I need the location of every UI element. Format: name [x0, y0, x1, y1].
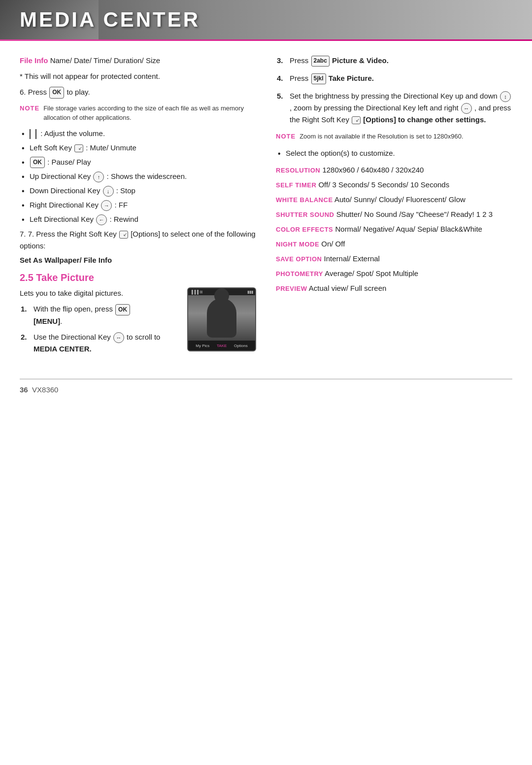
key-5jkl: 5jkl: [311, 73, 326, 84]
bullet-mute: Left Soft Key : Mute/ Unmute: [20, 142, 256, 154]
section-25-content: Lets you to take digital pictures. With …: [20, 287, 256, 359]
right-soft-key-icon-step7: [119, 231, 128, 239]
option-preview: PREVIEW Actual view/ Full screen: [276, 282, 512, 294]
step7-number: 7.: [20, 230, 28, 238]
bullet-volume-text: : Adjust the volume.: [40, 129, 105, 138]
step5-a: Set the brightness by pressing the Direc…: [290, 92, 498, 100]
bullet-select: Select the option(s) to customize.: [276, 147, 512, 159]
white-balance-value: Auto/ Sunny/ Cloudy/ Fluorescent/ Glow: [334, 195, 466, 204]
phone-bottom-bar: My Pics TAKE Options: [188, 341, 255, 350]
phone-camera-view: [188, 295, 255, 341]
phone-label-take: TAKE: [217, 344, 227, 348]
step-2: Use the Directional Key ↔ to scroll to M…: [20, 331, 179, 355]
option-color-effects: COLOR EFFECTS Normal/ Negative/ Aqua/ Se…: [276, 223, 512, 235]
ok-key-2: OK: [30, 157, 45, 168]
option-save-option: SAVE OPTION Internal/ External: [276, 253, 512, 265]
night-mode-label: NIGHT MODE: [276, 241, 319, 248]
step4-press: Press: [290, 74, 308, 82]
file-info-para: File Info Name/ Date/ Time/ Duration/ Si…: [20, 55, 256, 67]
step-5: Set the brightness by pressing the Direc…: [276, 90, 512, 126]
up-dir-key-icon: ↑: [93, 172, 104, 182]
step7-text: 7. 7. Press the Right Soft Key [Options]…: [20, 228, 256, 252]
press-ok-suffix: to play.: [66, 88, 90, 96]
ok-key-step1: OK: [115, 304, 130, 315]
phone-inner: ▐▐▐ ⊞ ⊕ ▮▮▮: [188, 288, 255, 350]
self-timer-label: SELF TIMER: [276, 181, 316, 189]
footer-model: VX8360: [32, 385, 58, 394]
note-block-1: NOTE File storage varies according to th…: [20, 104, 256, 123]
shutter-sound-value: Shutter/ No Sound /Say "Cheese"/ Ready! …: [336, 210, 493, 218]
step5-d: [Options] to change other settings.: [363, 115, 486, 124]
step-4: Press 5jkl Take Picture.: [276, 72, 512, 84]
note-label-1: NOTE: [20, 104, 39, 123]
step2-text: Use the Directional Key: [33, 333, 111, 341]
photometry-label: PHOTOMETRY: [276, 270, 323, 278]
step-3: Press 2abc Picture & Video.: [276, 55, 512, 67]
footer-spacer: [28, 385, 32, 394]
main-content: File Info Name/ Date/ Time/ Duration/ Si…: [0, 41, 532, 369]
step-1: With the flip open, press OK [MENU].: [20, 303, 179, 327]
option-night-mode: NIGHT MODE On/ Off: [276, 238, 512, 250]
section-25-desc: Lets you to take digital pictures.: [20, 287, 179, 299]
section-take-picture: 2.5 Take Picture Lets you to take digita…: [20, 272, 256, 359]
step3-press: Press: [290, 56, 308, 65]
bullet-pause: OK : Pause/ Play: [20, 156, 256, 169]
left-soft-key-icon: [74, 144, 83, 152]
option-photometry: PHOTOMETRY Average/ Spot/ Spot Multiple: [276, 268, 512, 279]
file-info-text: Name/ Date/ Time/ Duration/ Size: [50, 56, 160, 65]
phone-label-options: Options: [234, 344, 248, 348]
step5-b: , zoom by pressing the Directional Key l…: [290, 104, 459, 112]
right-numbered-list: Press 2abc Picture & Video. Press 5jkl T…: [276, 55, 512, 126]
right-soft-key-icon-step5: [352, 116, 361, 124]
page-header: MEDIA CENTER: [0, 0, 532, 39]
option-resolution: RESOLUTION 1280x960 / 640x480 / 320x240: [276, 164, 512, 176]
option-shutter-sound: SHUTTER SOUND Shutter/ No Sound /Say "Ch…: [276, 209, 512, 220]
save-option-value: Internal/ External: [324, 254, 380, 263]
footer: 36 VX8360: [0, 380, 532, 400]
phone-label-mypics: My Pics: [196, 344, 209, 348]
phone-right-icons: ▮▮▮: [247, 290, 253, 294]
right-column: Press 2abc Picture & Video. Press 5jkl T…: [276, 55, 512, 359]
shutter-sound-label: SHUTTER SOUND: [276, 211, 334, 218]
preview-label: PREVIEW: [276, 285, 307, 292]
right-dir-key-icon: →: [101, 200, 112, 211]
file-info-label: File Info: [20, 56, 48, 65]
left-dir-key-icon: ←: [96, 214, 107, 225]
bullet-volume: : Adjust the volume.: [20, 128, 256, 139]
photometry-value: Average/ Spot/ Spot Multiple: [325, 269, 418, 278]
color-effects-label: COLOR EFFECTS: [276, 226, 333, 233]
person-silhouette: [207, 298, 236, 338]
night-mode-value: On/ Off: [321, 240, 345, 248]
volume-icon: [30, 129, 36, 139]
ok-key-icon: OK: [49, 87, 64, 98]
option-self-timer: SELF TIMER Off/ 3 Seconds/ 5 Seconds/ 10…: [276, 179, 512, 191]
left-column: File Info Name/ Date/ Time/ Duration/ Si…: [20, 55, 256, 359]
battery-icon: ⊞: [200, 290, 203, 294]
phone-screenshot: ▐▐▐ ⊞ ⊕ ▮▮▮: [187, 287, 256, 351]
up-down-key: ↕: [500, 91, 511, 102]
page-title: MEDIA CENTER: [20, 8, 200, 32]
dir-key-step2: ↔: [113, 332, 124, 343]
color-effects-value: Normal/ Negative/ Aqua/ Sepia/ Black&Whi…: [335, 225, 482, 233]
resolution-value: 1280x960 / 640x480 / 320x240: [322, 166, 424, 174]
section-25-numbered-list: With the flip open, press OK [MENU]. Use…: [20, 303, 179, 355]
section-25-steps: Lets you to take digital pictures. With …: [20, 287, 179, 359]
note-text-1: File storage varies according to the siz…: [43, 104, 256, 123]
battery-full-icon: ▮▮▮: [247, 290, 253, 294]
step3-suffix: Picture & Video.: [332, 56, 389, 65]
press-ok-text: 6. Press: [20, 88, 47, 96]
down-dir-key-icon: ↓: [103, 186, 114, 197]
select-text: Select the option(s) to customize.: [286, 149, 395, 157]
note-label-2: NOTE: [276, 132, 296, 141]
options-list: RESOLUTION 1280x960 / 640x480 / 320x240 …: [276, 164, 512, 294]
bullet-left-key: Left Directional Key ← : Rewind: [20, 213, 256, 225]
note-text-2: Zoom is not available if the Resolution …: [299, 132, 463, 141]
section-25-title: 2.5 Take Picture: [20, 272, 256, 283]
save-option-label: SAVE OPTION: [276, 255, 322, 263]
step1-menu: [MENU].: [33, 317, 62, 325]
key-2abc: 2abc: [311, 56, 330, 66]
bullet-down-key: Down Directional Key ↓ : Stop: [20, 185, 256, 197]
protected-note: * This will not appear for protected con…: [20, 70, 256, 82]
press-ok-line: 6. Press OK to play.: [20, 86, 256, 99]
footer-page-number: 36: [20, 385, 28, 394]
